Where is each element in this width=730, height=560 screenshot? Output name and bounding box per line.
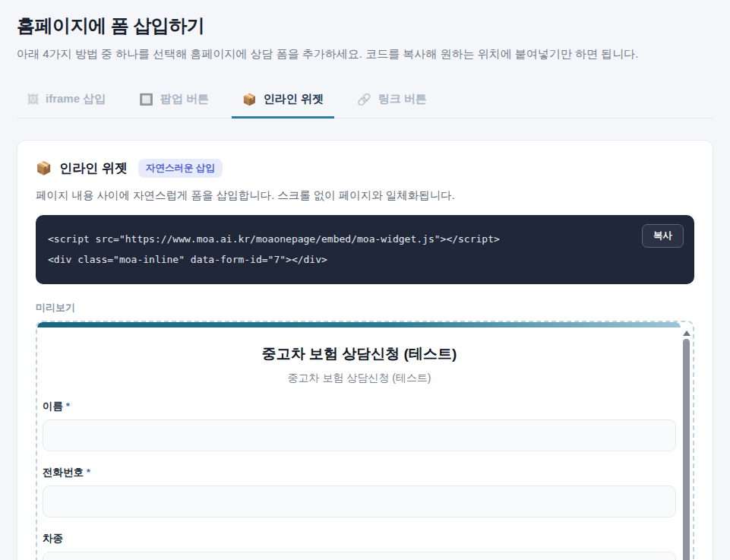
square-button-icon: 🔲 xyxy=(139,93,153,106)
field-label: 차종 xyxy=(43,533,63,544)
car-model-input[interactable] xyxy=(43,552,676,560)
field-row-name: 이름 * xyxy=(43,399,676,451)
preview-scrollbar[interactable] xyxy=(681,329,691,560)
tab-iframe-embed[interactable]: 🖼 iframe 삽입 xyxy=(17,84,116,119)
page-title: 홈페이지에 폼 삽입하기 xyxy=(17,14,713,38)
tab-inline-widget[interactable]: 📦 인라인 위젯 xyxy=(232,84,334,119)
tab-label: 링크 버튼 xyxy=(378,92,427,106)
tab-popup-button[interactable]: 🔲 팝업 버튼 xyxy=(128,84,220,119)
code-line-script: <script src="https://www.moa.ai.kr/moaon… xyxy=(48,229,611,250)
field-row-car-model: 차종 xyxy=(43,531,676,560)
required-mark: * xyxy=(84,467,90,478)
package-icon: 📦 xyxy=(242,93,257,106)
scrollbar-thumb[interactable] xyxy=(683,339,690,560)
field-label: 전화번호 * xyxy=(43,467,90,478)
page-subtitle: 아래 4가지 방법 중 하나를 선택해 홈페이지에 상담 폼을 추가하세요. 코… xyxy=(17,47,713,62)
embed-method-tabs: 🖼 iframe 삽입 🔲 팝업 버튼 📦 인라인 위젯 🔗 링크 버튼 xyxy=(17,84,713,119)
code-line-div: <div class="moa-inline" data-form-id="7"… xyxy=(48,250,611,271)
card-description: 페이지 내용 사이에 자연스럽게 폼을 삽입합니다. 스크롤 없이 페이지와 일… xyxy=(36,188,694,203)
required-mark: * xyxy=(63,400,70,412)
preview-form-fields: 이름 * 전화번호 * 차종 연식 xyxy=(43,399,676,560)
card-header: 📦 인라인 위젯 자연스러운 삽입 xyxy=(36,159,694,178)
embed-code-block: <script src="https://www.moa.ai.kr/moaon… xyxy=(36,215,694,284)
inline-widget-card: 📦 인라인 위젯 자연스러운 삽입 페이지 내용 사이에 자연스럽게 폼을 삽입… xyxy=(17,140,713,560)
field-row-phone: 전화번호 * xyxy=(43,465,676,517)
link-icon: 🔗 xyxy=(357,93,371,106)
preview-form: 중고차 보험 상담신청 (테스트) 중고차 보험 상담신청 (테스트) 이름 *… xyxy=(37,327,693,560)
scrollbar-up-arrow-icon[interactable] xyxy=(683,331,690,336)
form-preview-frame: 중고차 보험 상담신청 (테스트) 중고차 보험 상담신청 (테스트) 이름 *… xyxy=(36,321,694,560)
preview-form-subtitle: 중고차 보험 상담신청 (테스트) xyxy=(43,372,676,385)
framed-picture-icon: 🖼 xyxy=(27,93,39,106)
field-label: 이름 * xyxy=(43,400,70,412)
name-input[interactable] xyxy=(43,419,676,451)
copy-code-button[interactable]: 복사 xyxy=(642,224,684,248)
phone-input[interactable] xyxy=(43,486,676,517)
tab-label: 인라인 위젯 xyxy=(264,92,324,106)
tab-label: 팝업 버튼 xyxy=(160,92,209,106)
card-title: 인라인 위젯 xyxy=(59,160,128,177)
preview-accent-bar xyxy=(37,322,681,327)
natural-insert-badge: 자연스러운 삽입 xyxy=(138,159,223,178)
package-icon: 📦 xyxy=(36,160,52,176)
tab-link-button[interactable]: 🔗 링크 버튼 xyxy=(346,84,438,119)
preview-label: 미리보기 xyxy=(36,301,694,315)
tab-label: iframe 삽입 xyxy=(46,92,106,106)
preview-form-title: 중고차 보험 상담신청 (테스트) xyxy=(43,344,676,364)
embed-settings-page: 홈페이지에 폼 삽입하기 아래 4가지 방법 중 하나를 선택해 홈페이지에 상… xyxy=(0,0,730,560)
